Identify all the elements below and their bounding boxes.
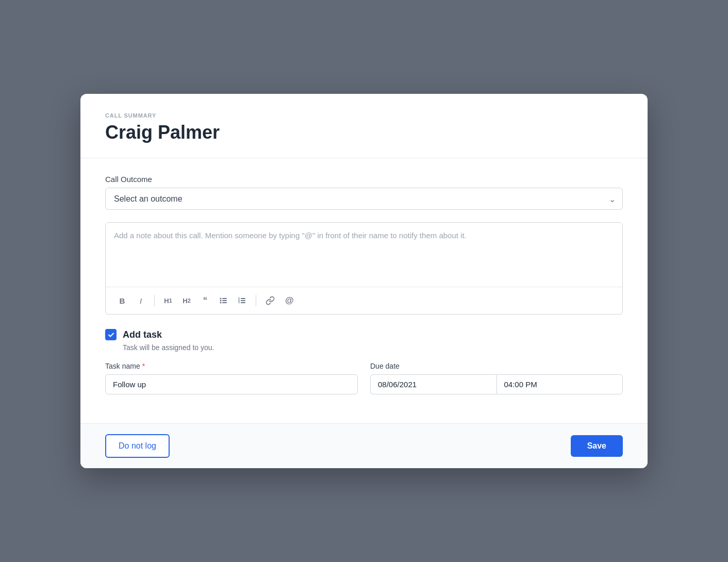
call-summary-label: CALL SUMMARY xyxy=(105,112,623,119)
save-button[interactable]: Save xyxy=(571,435,623,457)
svg-rect-3 xyxy=(222,300,227,301)
svg-point-4 xyxy=(220,302,222,304)
date-input[interactable] xyxy=(370,374,497,394)
link-button[interactable] xyxy=(261,293,279,308)
svg-point-0 xyxy=(220,298,222,300)
h1-button[interactable]: H1 xyxy=(160,294,176,308)
add-task-checkbox[interactable] xyxy=(105,329,117,340)
toolbar-separator-1 xyxy=(154,295,155,306)
task-name-label: Task name * xyxy=(105,362,358,370)
due-date-label: Due date xyxy=(370,362,623,370)
bullet-list-button[interactable] xyxy=(216,293,232,308)
svg-text:3.: 3. xyxy=(238,301,241,304)
task-name-input[interactable] xyxy=(105,374,358,394)
call-outcome-wrapper: Select an outcome Connected Left voicema… xyxy=(105,188,623,210)
call-summary-modal: CALL SUMMARY Craig Palmer Call Outcome S… xyxy=(80,94,648,468)
task-assigned-text: Task will be assigned to you. xyxy=(123,343,623,352)
do-not-log-button[interactable]: Do not log xyxy=(105,434,170,458)
call-outcome-select[interactable]: Select an outcome Connected Left voicema… xyxy=(105,188,623,210)
h2-button[interactable]: H2 xyxy=(178,294,195,308)
time-input[interactable] xyxy=(497,374,623,394)
add-task-section: Add task Task will be assigned to you. T… xyxy=(105,329,623,394)
svg-rect-9 xyxy=(241,300,245,301)
modal-body: Call Outcome Select an outcome Connected… xyxy=(80,158,648,423)
modal-footer: Do not log Save xyxy=(80,423,648,468)
toolbar-separator-2 xyxy=(256,295,256,306)
bold-button[interactable]: B xyxy=(114,293,130,308)
required-star: * xyxy=(142,362,145,370)
note-textarea[interactable] xyxy=(106,223,622,285)
add-task-header: Add task xyxy=(105,329,623,340)
call-outcome-label: Call Outcome xyxy=(105,175,623,184)
svg-rect-1 xyxy=(222,298,227,299)
add-task-label: Add task xyxy=(123,329,162,340)
modal-header: CALL SUMMARY Craig Palmer xyxy=(80,94,648,158)
task-fields: Task name * Due date xyxy=(105,362,623,394)
quote-button[interactable]: “ xyxy=(197,292,213,309)
task-name-field: Task name * xyxy=(105,362,358,394)
svg-point-2 xyxy=(220,300,222,302)
svg-rect-7 xyxy=(241,298,245,299)
ordered-list-button[interactable]: 1. 2. 3. xyxy=(234,293,251,308)
due-date-field: Due date xyxy=(370,362,623,394)
due-date-inputs xyxy=(370,374,623,394)
contact-name: Craig Palmer xyxy=(105,122,623,143)
note-editor: B I H1 H2 “ xyxy=(105,222,623,315)
mention-button[interactable]: @ xyxy=(281,292,298,309)
italic-button[interactable]: I xyxy=(133,293,149,308)
svg-rect-5 xyxy=(222,302,227,303)
editor-toolbar: B I H1 H2 “ xyxy=(106,287,622,314)
svg-rect-11 xyxy=(241,302,245,303)
